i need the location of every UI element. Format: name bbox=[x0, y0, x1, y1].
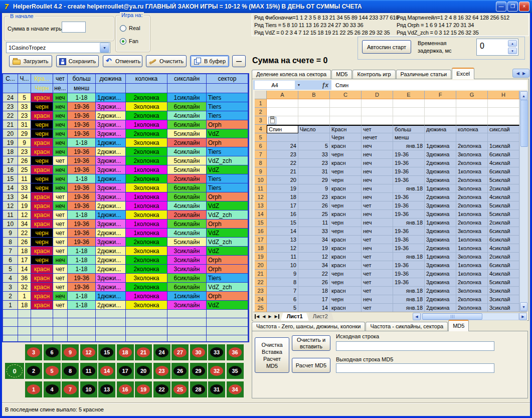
excel-cell-E8[interactable]: 19-36 bbox=[393, 159, 425, 167]
excel-cell-F9[interactable]: 3дюжина bbox=[425, 167, 456, 176]
excel-cell-G16[interactable]: 3колонка bbox=[456, 227, 488, 236]
excel-cell-G21[interactable]: 1колонка bbox=[456, 270, 488, 278]
load-button[interactable]: Загрузить bbox=[9, 55, 52, 67]
excel-row-header-12[interactable]: 12 bbox=[255, 193, 267, 201]
excel-row-header-8[interactable]: 8 bbox=[255, 159, 267, 167]
excel-cell-F24[interactable]: 2дюжина bbox=[425, 295, 456, 304]
excel-cell-A5[interactable] bbox=[267, 133, 298, 142]
sheet-nav-prev-icon[interactable]: ◀ bbox=[262, 314, 265, 319]
excel-cell-E2[interactable] bbox=[393, 108, 425, 116]
excel-cell-G8[interactable]: 2колонка bbox=[456, 159, 488, 167]
excel-cell-C20[interactable]: красн bbox=[330, 261, 362, 270]
excel-cell-G4[interactable]: колонка bbox=[456, 125, 488, 133]
excel-cell-H23[interactable]: 3сиклай bbox=[488, 287, 519, 295]
excel-cell-D19[interactable]: чет bbox=[362, 253, 393, 261]
roulette-number-14[interactable]: 14 bbox=[98, 363, 115, 379]
scroll-up-icon[interactable]: ▲ bbox=[520, 91, 527, 100]
excel-cell-D20[interactable]: чет bbox=[362, 261, 393, 270]
excel-cell-E24[interactable]: янв.18 bbox=[393, 295, 425, 304]
excel-cell-H17[interactable]: 6сиклай bbox=[488, 236, 519, 244]
roulette-number-27[interactable]: 27 bbox=[171, 344, 189, 360]
excel-cell-H16[interactable]: 6сиклай bbox=[488, 227, 519, 236]
excel-cell-G9[interactable]: 1колонка bbox=[456, 167, 488, 176]
excel-cell-H14[interactable]: 5сиклай bbox=[488, 210, 519, 219]
excel-cell-A8[interactable]: 22 bbox=[267, 159, 298, 167]
excel-cell-G11[interactable]: 3колонка bbox=[456, 184, 488, 193]
excel-cell-F3[interactable] bbox=[425, 116, 456, 125]
roulette-number-20[interactable]: 20 bbox=[135, 363, 152, 379]
excel-cell-D23[interactable]: чет bbox=[362, 287, 393, 295]
excel-cell-A16[interactable]: 14 bbox=[267, 227, 298, 236]
paste-options-icon[interactable] bbox=[268, 117, 276, 124]
roulette-number-15[interactable]: 15 bbox=[98, 344, 115, 360]
roulette-number-22[interactable]: 22 bbox=[153, 381, 170, 397]
excel-cell-A6[interactable]: 24 bbox=[267, 142, 298, 150]
excel-cell-B9[interactable]: 31 bbox=[298, 167, 330, 176]
roulette-number-32[interactable]: 32 bbox=[208, 363, 225, 379]
excel-cell-F22[interactable]: 3дюжина bbox=[425, 278, 456, 287]
md5-input-field[interactable] bbox=[336, 341, 494, 351]
excel-cell-F11[interactable]: 1дюжина bbox=[425, 184, 456, 193]
excel-cell-A20[interactable]: 10 bbox=[267, 261, 298, 270]
excel-cell-E11[interactable]: янв.18 bbox=[393, 184, 425, 193]
spinner-down-icon[interactable]: ▼ bbox=[508, 48, 517, 54]
excel-cell-E21[interactable]: 19-36 bbox=[393, 270, 425, 278]
excel-cell-D6[interactable]: неч bbox=[362, 142, 393, 150]
excel-cell-H12[interactable]: 4сиклай bbox=[488, 193, 519, 201]
roulette-number-29[interactable]: 29 bbox=[190, 363, 207, 379]
excel-cell-B25[interactable]: 14 bbox=[298, 304, 330, 312]
excel-row-header-17[interactable]: 17 bbox=[255, 236, 267, 244]
excel-cell-D4[interactable]: чет bbox=[362, 125, 393, 133]
excel-column-header-f[interactable]: F bbox=[425, 91, 456, 99]
roulette-number-6[interactable]: 6 bbox=[44, 344, 61, 360]
excel-cell-B1[interactable] bbox=[298, 99, 330, 108]
excel-row-header-16[interactable]: 16 bbox=[255, 227, 267, 236]
excel-cell-C14[interactable]: красн bbox=[330, 210, 362, 219]
excel-cell-G20[interactable]: 1колонка bbox=[456, 261, 488, 270]
maximize-button[interactable]: ❐ bbox=[507, 2, 518, 12]
radio-option-real[interactable]: Real bbox=[120, 22, 140, 35]
excel-cell-B2[interactable] bbox=[298, 108, 330, 116]
excel-cell-H13[interactable]: 5сиклай bbox=[488, 201, 519, 210]
excel-cell-B10[interactable]: 29 bbox=[298, 176, 330, 184]
sheet-nav-first-icon[interactable]: ◀ bbox=[255, 314, 259, 319]
excel-cell-G23[interactable]: 3колонка bbox=[456, 287, 488, 295]
excel-cell-B12[interactable]: 23 bbox=[298, 193, 330, 201]
excel-cell-H1[interactable] bbox=[488, 99, 519, 108]
excel-cell-C15[interactable]: черн bbox=[330, 219, 362, 227]
excel-cell-D14[interactable]: неч bbox=[362, 210, 393, 219]
excel-cell-A3[interactable] bbox=[267, 116, 298, 125]
excel-column-header-c[interactable]: C bbox=[330, 91, 362, 99]
excel-cell-B19[interactable]: 12 bbox=[298, 253, 330, 261]
excel-cell-F15[interactable]: 1дюжина bbox=[425, 219, 456, 227]
function-icon[interactable]: ƒx bbox=[322, 82, 331, 89]
vertical-scrollbar[interactable]: ▲ ▼ bbox=[519, 91, 528, 312]
roulette-number-1[interactable]: 1 bbox=[25, 381, 42, 397]
sheet-tab-2[interactable]: Лист2 bbox=[307, 313, 334, 321]
excel-cell-F14[interactable]: 3дюжина bbox=[425, 210, 456, 219]
excel-cell-H22[interactable]: 5сиклай bbox=[488, 278, 519, 287]
roulette-number-16[interactable]: 16 bbox=[117, 381, 134, 397]
roulette-number-21[interactable]: 21 bbox=[135, 344, 152, 360]
excel-cell-D1[interactable] bbox=[362, 99, 393, 108]
vertical-scrollbar-thumb[interactable] bbox=[520, 100, 528, 147]
excel-cell-F19[interactable]: 1дюжина bbox=[425, 253, 456, 261]
excel-cell-E9[interactable]: 19-36 bbox=[393, 167, 425, 176]
excel-cell-A2[interactable] bbox=[267, 108, 298, 116]
excel-cell-G5[interactable] bbox=[456, 133, 488, 142]
horizontal-scrollbar-thumb[interactable] bbox=[422, 313, 482, 320]
excel-cell-A10[interactable]: 20 bbox=[267, 176, 298, 184]
excel-cell-B13[interactable]: 26 bbox=[298, 201, 330, 210]
excel-cell-E7[interactable]: 19-36 bbox=[393, 150, 425, 159]
excel-cell-B23[interactable]: 18 bbox=[298, 287, 330, 295]
roulette-number-0[interactable]: 0 bbox=[5, 363, 24, 379]
excel-cell-D11[interactable]: неч bbox=[362, 184, 393, 193]
excel-cell-D2[interactable] bbox=[362, 108, 393, 116]
bottom-tab-1[interactable]: Частота - сиклайны, сектора bbox=[366, 322, 448, 331]
top-tab-4[interactable]: Excel bbox=[452, 68, 474, 79]
excel-cell-D10[interactable]: неч bbox=[362, 176, 393, 184]
excel-cell-A1[interactable] bbox=[267, 99, 298, 108]
excel-cell-H5[interactable] bbox=[488, 133, 519, 142]
roulette-number-35[interactable]: 35 bbox=[227, 363, 244, 379]
excel-cell-C12[interactable]: красн bbox=[330, 193, 362, 201]
